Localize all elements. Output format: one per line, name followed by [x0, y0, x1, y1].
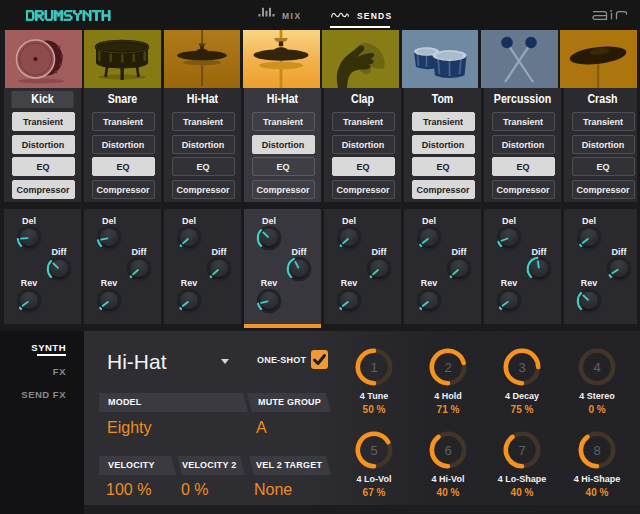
- svg-text:2: 2: [444, 360, 451, 375]
- svg-text:7: 7: [518, 443, 525, 458]
- svg-text:8: 8: [593, 443, 600, 458]
- svg-text:5: 5: [370, 443, 377, 458]
- svg-text:1: 1: [370, 360, 377, 375]
- svg-text:6: 6: [444, 443, 451, 458]
- svg-text:4: 4: [593, 360, 600, 375]
- svg-text:3: 3: [518, 360, 525, 375]
